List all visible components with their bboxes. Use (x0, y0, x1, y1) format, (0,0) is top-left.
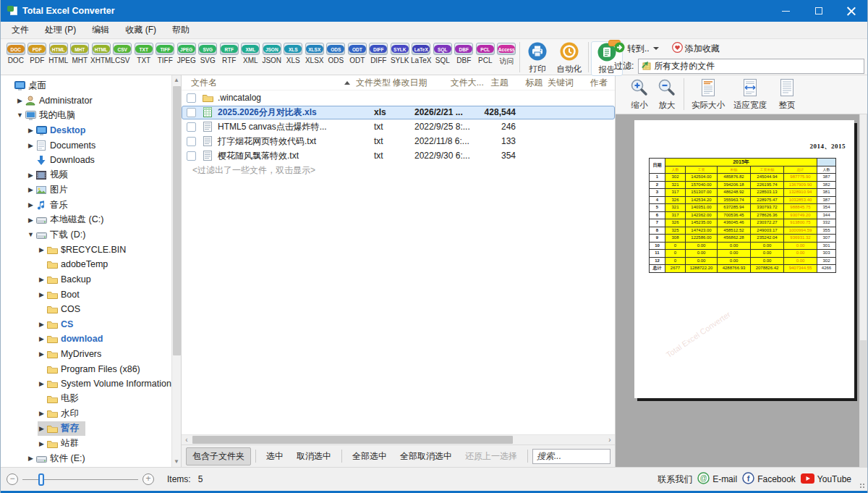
list-horizontal-scrollbar[interactable]: ‹ › (182, 434, 615, 444)
format-button-xhtml[interactable]: HTMLXHTML (90, 41, 112, 67)
tree-item-电影[interactable]: 电影 (1, 391, 181, 406)
tree-item-Downloads[interactable]: Downloads (1, 153, 181, 168)
column-header-author[interactable]: 作者 (582, 77, 615, 89)
tree-item-MyDrivers[interactable]: ▶MyDrivers (1, 347, 181, 362)
checkbox[interactable] (187, 122, 196, 132)
format-button-doc[interactable]: DOCDOC (5, 41, 27, 67)
tree-item-我的电脑[interactable]: ▼我的电脑 (1, 108, 181, 123)
tree-item-Program-Files-(x86)[interactable]: Program Files (x86) (1, 361, 181, 376)
tree-item-下载-(D:)[interactable]: ▼下载 (D:) (1, 227, 181, 243)
format-button-html[interactable]: HTMLHTML (48, 41, 69, 67)
format-button-pcl[interactable]: PCLPCL (475, 41, 496, 67)
arrow-collapsed-icon[interactable]: ▶ (38, 440, 46, 447)
tree-item-Documents[interactable]: ▶Documents (1, 138, 181, 153)
file-row-1[interactable]: 2025.2026分月对比表.xlsxls2026/2/21 ...428,54… (182, 105, 615, 119)
tree-scrollbar[interactable]: ▲ ▼ (171, 75, 181, 467)
tree-item-站群[interactable]: ▶站群 (1, 436, 181, 451)
arrow-collapsed-icon[interactable]: ▶ (38, 276, 46, 283)
arrow-collapsed-icon[interactable]: ▶ (38, 350, 46, 358)
format-button-xml[interactable]: XMLXML (240, 41, 262, 67)
resize-grip[interactable] (860, 484, 866, 489)
format-button-svg[interactable]: SVGSVG (197, 41, 219, 67)
search-input[interactable] (532, 449, 610, 464)
column-header-title[interactable]: 标题 (521, 77, 548, 89)
checkbox[interactable] (187, 108, 196, 117)
arrow-collapsed-icon[interactable]: ▶ (38, 335, 46, 342)
whole-page-button[interactable]: 整页 (771, 78, 803, 111)
format-button-mht[interactable]: MHTMHT (69, 41, 91, 67)
tree-item-Administrator[interactable]: ▶Administrator (1, 93, 181, 109)
tree-item-音乐[interactable]: ▶音乐 (1, 198, 181, 213)
tree-item-本地磁盘-(C:)[interactable]: ▶本地磁盘 (C:) (1, 212, 181, 227)
print-button[interactable]: 打印 (522, 41, 553, 75)
maximize-button[interactable] (802, 0, 835, 22)
scroll-up-icon[interactable]: ▲ (172, 75, 181, 85)
tree-item-视频[interactable]: ▶视频 (1, 168, 181, 183)
format-button-diff[interactable]: DIFFDIFF (368, 41, 390, 67)
format-button-csv[interactable]: CSVCSV (112, 41, 134, 67)
checkbox[interactable] (187, 151, 196, 161)
automate-button[interactable]: 自动化 (553, 41, 586, 75)
arrow-collapsed-icon[interactable]: ▶ (27, 127, 35, 134)
tree-item-CS[interactable]: ▶CS (1, 317, 181, 332)
arrow-expanded-icon[interactable]: ▼ (27, 231, 35, 238)
menu-item-4[interactable]: 帮助 (164, 22, 197, 38)
tree-item-$RECYCLE.BIN[interactable]: ▶$RECYCLE.BIN (1, 243, 181, 258)
arrow-collapsed-icon[interactable]: ▶ (38, 246, 46, 253)
preview-scrollbar[interactable] (859, 114, 867, 467)
actual-size-button[interactable]: 实际大小 (687, 78, 729, 111)
uncheck-button[interactable]: 取消选中 (291, 448, 337, 465)
menu-item-0[interactable]: 文件 (4, 22, 37, 38)
checkbox[interactable] (187, 137, 196, 146)
arrow-expanded-icon[interactable]: ▼ (16, 111, 24, 119)
filter-combobox[interactable]: 所有支持的文件 (638, 59, 864, 74)
arrow-collapsed-icon[interactable]: ▶ (27, 455, 35, 462)
format-button-ods[interactable]: ODSODS (326, 41, 347, 67)
arrow-collapsed-icon[interactable]: ▶ (16, 97, 24, 104)
tree-item-Boot[interactable]: ▶Boot (1, 287, 181, 302)
facebook-link[interactable]: f Facebook (742, 472, 796, 486)
column-header-size[interactable]: 文件大... (448, 77, 487, 89)
tree-item-adobeTemp[interactable]: adobeTemp (1, 257, 181, 272)
arrow-collapsed-icon[interactable]: ▶ (38, 321, 46, 328)
scroll-right-icon[interactable]: › (605, 435, 615, 445)
menu-item-1[interactable]: 处理 (P) (37, 22, 84, 38)
arrow-collapsed-icon[interactable]: ▶ (38, 410, 46, 417)
column-header-date[interactable]: 修改日期 (393, 77, 449, 89)
zoom-in-button[interactable]: 放大 (653, 78, 681, 111)
arrow-collapsed-icon[interactable]: ▶ (27, 186, 35, 193)
arrow-collapsed-icon[interactable]: ▶ (27, 216, 35, 224)
fit-width-button[interactable]: 适应宽度 (729, 78, 771, 111)
format-button-xlsx[interactable]: XLSXXLSX (304, 41, 326, 67)
include-subfolders-button[interactable]: 包含子文件夹 (186, 447, 251, 465)
format-button-dbf[interactable]: DBFDBF (454, 41, 475, 67)
check-all-button[interactable]: 全部选中 (346, 448, 393, 465)
arrow-collapsed-icon[interactable]: ▶ (38, 291, 46, 298)
file-row-2[interactable]: HTML5 canvas点击爆炸特...txt2022/9/25 8:...24… (182, 119, 615, 134)
format-button-xls[interactable]: XLSXLS (283, 41, 305, 67)
tree-item-水印[interactable]: ▶水印 (1, 406, 181, 421)
format-button-tiff[interactable]: TIFFTIFF (155, 41, 176, 67)
format-button-访问[interactable]: Access访问 (496, 41, 518, 67)
menu-item-2[interactable]: 编辑 (84, 22, 117, 38)
format-button-rtf[interactable]: RTFRTF (218, 41, 240, 67)
tree-item-图片[interactable]: ▶图片 (1, 182, 181, 198)
column-header-keywords[interactable]: 关键词 (548, 77, 582, 89)
format-button-odt[interactable]: ODTODT (346, 41, 368, 67)
arrow-collapsed-icon[interactable]: ▶ (38, 380, 46, 387)
format-button-txt[interactable]: TXTTXT (133, 41, 155, 67)
format-button-json[interactable]: JSONJSON (261, 41, 283, 67)
contact-us-link[interactable]: 联系我们 (658, 473, 692, 486)
zoom-out-button[interactable]: 缩小 (626, 78, 653, 111)
format-button-latex[interactable]: LaTeXLaTeX (411, 41, 433, 67)
tree-item-Desktop[interactable]: ▶Desktop (1, 123, 181, 138)
arrow-collapsed-icon[interactable]: ▶ (27, 172, 35, 179)
column-header-name[interactable]: 文件名 (182, 77, 356, 89)
close-button[interactable] (835, 0, 867, 22)
format-button-jpeg[interactable]: JPEGJPEG (176, 41, 197, 67)
menu-item-3[interactable]: 收藏 (F) (117, 22, 164, 38)
file-row-4[interactable]: 樱花随风飘落特效.txttxt2022/9/30 6:...354 (182, 148, 615, 163)
scroll-left-icon[interactable]: ‹ (182, 435, 192, 445)
column-header-subject[interactable]: 主题 (487, 77, 521, 89)
tree-item-System-Volume-Information[interactable]: ▶System Volume Information (1, 376, 181, 392)
